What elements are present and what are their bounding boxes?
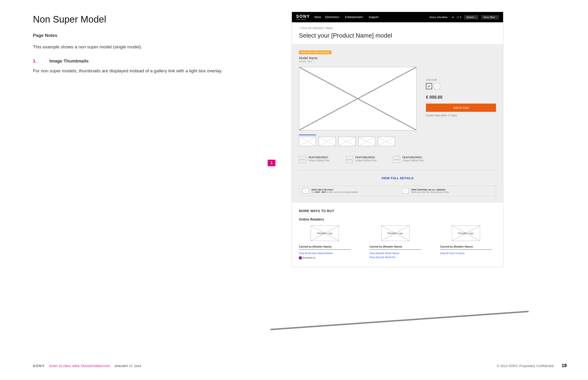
thumbnail-2[interactable] bbox=[319, 134, 336, 146]
colour-swatch-selected[interactable]: ✔ bbox=[426, 83, 432, 89]
header-utilities: Jimmy Johnathan ♥ 🛒 5 Search Sony Sites bbox=[429, 15, 499, 19]
spec-subtitle: Unique Selling Point bbox=[402, 159, 424, 162]
user-menu[interactable]: Jimmy Johnathan bbox=[429, 16, 449, 19]
help-item-phone: NEED HELP BUYING? Call 4005 - 9507 to ta… bbox=[302, 188, 393, 193]
note-number: 1. bbox=[33, 58, 49, 64]
page-title: Select your [Product Name] model bbox=[299, 32, 496, 39]
search-button[interactable]: Search bbox=[464, 15, 478, 19]
nav-entertainment[interactable]: Entertainment bbox=[345, 16, 364, 19]
exclusive-to-label: Exclusive to bbox=[299, 256, 351, 259]
model-name: Model Name bbox=[299, 56, 496, 60]
feature-spec-3: ICON FEATURE/SPEC Unique Selling Point bbox=[393, 156, 424, 163]
help-shipping-title: FREE SHIPPING ON ALL ORDERS bbox=[411, 189, 449, 191]
logo-block[interactable]: SONY make.believe bbox=[296, 14, 310, 20]
footer-brand: SONY bbox=[33, 364, 45, 368]
spec-icon: ICON bbox=[346, 156, 353, 163]
feature-specs-row: ICON FEATURE/SPEC Unique Selling Point I… bbox=[299, 156, 496, 170]
retailer-card-3: Retailer Logo Carried by [Retailer Name]… bbox=[440, 226, 492, 260]
add-to-cart-button[interactable]: Add to Cart bbox=[426, 104, 496, 112]
nav-store[interactable]: Store bbox=[314, 16, 321, 19]
footer-page-number: 18 bbox=[562, 363, 567, 368]
spec-icon: ICON bbox=[393, 156, 400, 163]
shop-specific-model-link[interactable]: Shop [Specific Model Name] bbox=[370, 252, 421, 255]
note-body: For non super models, thumbnails are dis… bbox=[33, 68, 226, 74]
notes-intro: This example shows a non super model (si… bbox=[33, 44, 226, 50]
shipping-placeholder-icon bbox=[402, 188, 409, 193]
exclusive-square-icon bbox=[299, 256, 302, 259]
exclusive-badge: Sony Store Online Exclusive bbox=[299, 51, 331, 54]
thumbnail-image-icon bbox=[378, 137, 395, 146]
product-area: Sony Store Online Exclusive Model Name M… bbox=[292, 44, 503, 202]
spec-icon: ICON bbox=[299, 156, 306, 163]
page-notes-panel: Non Super Model Page Notes This example … bbox=[33, 14, 226, 74]
retailer-logo-placeholder: Retailer Logo bbox=[311, 226, 339, 241]
view-full-details-row: VIEW FULL DETAILS bbox=[299, 170, 496, 186]
feature-spec-2: ICON FEATURE/SPEC Unique Selling Point bbox=[346, 156, 377, 163]
footer-date: JANUARY 27, 2014 bbox=[114, 364, 141, 368]
help-item-shipping: FREE SHIPPING ON ALL ORDERS When you ord… bbox=[402, 188, 492, 193]
retailer-logo-placeholder: Retailer Logo bbox=[452, 226, 480, 241]
thumbnail-5[interactable] bbox=[378, 134, 395, 146]
spec-subtitle: Unique Selling Point bbox=[355, 159, 377, 162]
spec-title: FEATURE/SPEC bbox=[355, 156, 377, 159]
spec-title: FEATURE/SPEC bbox=[402, 156, 424, 159]
nav-support[interactable]: Support bbox=[369, 16, 378, 19]
help-phone-title: NEED HELP BUYING? bbox=[311, 189, 358, 191]
retailer-card-1: Retailer Logo Carried by [Retailer Name]… bbox=[299, 226, 351, 260]
shop-specific-model-link-2[interactable]: Shop [Specific Model Na bbox=[370, 256, 421, 259]
retailer-logo-placeholder: Retailer Logo bbox=[381, 226, 409, 241]
footer-left: SONY SONY GLOBAL WEB TRANSFORMATION JANU… bbox=[33, 364, 141, 368]
carried-by-label: Carried by [Retailer Name] bbox=[370, 245, 421, 250]
footer-project: SONY GLOBAL WEB TRANSFORMATION bbox=[49, 364, 110, 368]
shop-all-sony-link[interactable]: Shop All Sony Products bbox=[440, 252, 492, 255]
thumbnail-1[interactable] bbox=[299, 134, 316, 146]
thumbnail-image-icon bbox=[299, 137, 316, 146]
document-footer: SONY SONY GLOBAL WEB TRANSFORMATION JANU… bbox=[33, 363, 567, 368]
notes-title: Non Super Model bbox=[33, 14, 226, 25]
wishlist-icon[interactable]: ♥ bbox=[452, 16, 454, 19]
thumbnail-image-icon bbox=[358, 137, 375, 146]
phone-placeholder-icon bbox=[302, 188, 309, 193]
price: € 000.00 bbox=[426, 95, 496, 100]
feature-spec-1: ICON FEATURE/SPEC Unique Selling Point bbox=[299, 156, 330, 163]
buy-column: COLOUR ✔ € 000.00 Add to Cart Usually Sh… bbox=[426, 67, 496, 146]
carried-by-label: Carried by [Retailer Name] bbox=[299, 245, 351, 250]
more-ways-title: MORE WAYS TO BUY bbox=[299, 209, 496, 213]
sony-logo: SONY bbox=[296, 14, 310, 19]
spec-subtitle: Unique Selling Point bbox=[308, 159, 330, 162]
spec-title: FEATURE/SPEC bbox=[308, 156, 330, 159]
colour-swatch[interactable] bbox=[434, 83, 440, 89]
thumbnail-4[interactable] bbox=[358, 134, 375, 146]
cart-link[interactable]: 🛒 5 bbox=[457, 16, 461, 19]
shop-all-product-link[interactable]: Shop All [Product Name] Models bbox=[299, 252, 351, 255]
model-sku: MODEL SKU bbox=[299, 60, 496, 63]
page-tear-line bbox=[271, 311, 529, 330]
callout-1-badge: 1 bbox=[268, 160, 275, 166]
carried-by-label: Carried by [Retailer Name] bbox=[440, 245, 492, 250]
product-row: COLOUR ✔ € 000.00 Add to Cart Usually Sh… bbox=[299, 67, 496, 146]
check-icon: ✔ bbox=[428, 84, 431, 89]
shipping-note: Usually Ships within 1-2 Days bbox=[426, 114, 496, 117]
view-full-details-link[interactable]: VIEW FULL DETAILS bbox=[381, 176, 414, 180]
footer-copyright: © 2014 SONY, Proprietary Confidential bbox=[497, 364, 554, 368]
colour-label: COLOUR bbox=[426, 79, 496, 81]
primary-nav: Store Electronics Entertainment Support bbox=[314, 16, 378, 19]
sony-sites-menu[interactable]: Sony Sites bbox=[481, 15, 499, 19]
thumbnail-3[interactable] bbox=[338, 134, 355, 146]
retailer-card-2: Retailer Logo Carried by [Retailer Name]… bbox=[370, 226, 421, 260]
thumbnail-row bbox=[299, 134, 417, 146]
breadcrumb[interactable]: TITLE OF PRODUCT PAGE bbox=[299, 27, 496, 30]
site-header: SONY make.believe Store Electronics Ente… bbox=[292, 12, 503, 22]
help-strip: NEED HELP BUYING? Call 4005 - 9507 to ta… bbox=[299, 186, 496, 196]
help-shipping-sub: When you order from Sony, delivery is fr… bbox=[411, 191, 449, 193]
colour-swatches: ✔ bbox=[426, 83, 496, 89]
footer-right: © 2014 SONY, Proprietary Confidential 18 bbox=[497, 363, 567, 368]
gallery-column bbox=[299, 67, 417, 146]
retailers-row: Retailer Logo Carried by [Retailer Name]… bbox=[299, 226, 496, 260]
hero-image-placeholder bbox=[299, 67, 417, 130]
page-header-region: TITLE OF PRODUCT PAGE Select your [Produ… bbox=[292, 22, 503, 44]
thumbnail-image-icon bbox=[319, 137, 336, 146]
help-phone-sub: Call 4005 - 9507 to talk to one of our r… bbox=[311, 191, 358, 193]
nav-electronics[interactable]: Electronics bbox=[325, 16, 341, 19]
wireframe-mockup: SONY make.believe Store Electronics Ente… bbox=[292, 12, 503, 267]
